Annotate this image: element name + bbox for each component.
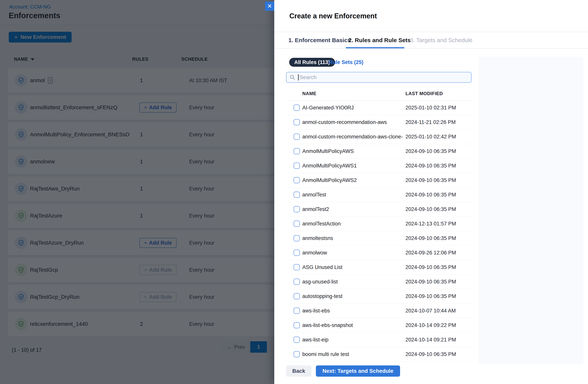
rule-row[interactable]: anmoltestsns 2024-09-10 06:35 PM xyxy=(286,231,471,246)
rule-checkbox[interactable] xyxy=(294,250,300,256)
rule-row[interactable]: anmolwow 2024-09-26 12:06 PM xyxy=(286,246,471,260)
rule-last-modified: 2024-10-14 09:21 PM xyxy=(405,333,456,347)
rule-name: anmolwow xyxy=(302,246,327,260)
rule-row[interactable]: boomi multi rule test 2024-09-10 06:35 P… xyxy=(286,347,471,362)
rule-last-modified: 2024-09-10 06:35 PM xyxy=(405,144,456,158)
rule-name: aws-list-eip xyxy=(302,333,328,347)
rule-last-modified: 2024-09-10 06:35 PM xyxy=(405,188,456,202)
rule-name: anmolTest2 xyxy=(302,202,329,217)
rule-name: boomi multi rule test xyxy=(302,347,349,362)
rule-checkbox[interactable] xyxy=(294,177,300,183)
rule-name: aws-list-ebs-snapshot xyxy=(302,318,353,333)
rule-last-modified: 2024-10-14 09:22 PM xyxy=(405,318,456,333)
rule-last-modified: 2024-10-07 10:44 AM xyxy=(405,304,456,318)
rule-row[interactable]: anmolTest 2024-09-10 06:35 PM xyxy=(286,188,471,202)
rule-checkbox[interactable] xyxy=(294,134,300,140)
rule-row[interactable]: aws-list-ebs 2024-10-07 10:44 AM xyxy=(286,304,471,318)
rule-row[interactable]: anmolTestAction 2024-12-13 01:57 PM xyxy=(286,217,471,231)
rule-last-modified: 2024-09-10 06:35 PM xyxy=(405,173,456,188)
rule-checkbox[interactable] xyxy=(294,279,300,285)
rules-search-box xyxy=(286,72,471,83)
rules-column-header-name: NAME xyxy=(302,91,316,96)
rule-name: aws-list-ebs xyxy=(302,304,330,318)
rule-row[interactable]: aws-list-eip 2024-10-14 09:21 PM xyxy=(286,333,471,347)
search-input[interactable] xyxy=(299,74,468,80)
rule-row[interactable]: ASG Unused List 2024-09-10 06:35 PM xyxy=(286,260,471,275)
back-button[interactable]: Back xyxy=(286,365,312,377)
rule-name: AnmolMultiPolicyAWS2 xyxy=(302,173,357,188)
rule-last-modified: 2024-09-10 06:35 PM xyxy=(405,347,456,362)
rule-checkbox[interactable] xyxy=(294,235,300,241)
rule-checkbox[interactable] xyxy=(294,351,300,357)
rule-checkbox[interactable] xyxy=(294,221,300,227)
filter-all-rules[interactable]: All Rules (113) xyxy=(289,58,335,67)
rule-last-modified: 2025-01-10 02:42 PM xyxy=(405,130,456,144)
rule-last-modified: 2024-09-10 06:35 PM xyxy=(405,275,456,289)
selection-side-panel xyxy=(479,57,583,364)
rule-name: anmolTestAction xyxy=(302,217,341,231)
rule-name: AI-Generated-YIO0RJ xyxy=(302,100,354,115)
rule-last-modified: 2024-09-10 06:35 PM xyxy=(405,202,456,217)
create-enforcement-drawer: ✕ Create a new Enforcement 1. Enforcemen… xyxy=(274,0,588,384)
rule-checkbox[interactable] xyxy=(294,148,300,154)
rule-last-modified: 2024-09-10 06:35 PM xyxy=(405,260,456,275)
rules-list: AI-Generated-YIO0RJ 2025-01-10 02:31 PM … xyxy=(286,100,471,362)
rule-checkbox[interactable] xyxy=(294,105,300,111)
rule-last-modified: 2024-09-26 12:06 PM xyxy=(405,246,456,260)
rule-row[interactable]: aws-list-ebs-snapshot 2024-10-14 09:22 P… xyxy=(286,318,471,333)
active-tab-underline xyxy=(346,47,404,48)
rule-checkbox[interactable] xyxy=(294,206,300,212)
rule-last-modified: 2025-01-10 02:31 PM xyxy=(405,100,456,115)
rule-last-modified: 2024-09-10 06:35 PM xyxy=(405,158,456,173)
wizard-tabbar: 1. Enforcement Basics 2. Rules and Rule … xyxy=(274,32,588,49)
rule-last-modified: 2024-12-13 01:57 PM xyxy=(405,217,456,231)
rule-checkbox[interactable] xyxy=(294,293,300,299)
rule-name: anmol-custom-recommendation-aws xyxy=(302,115,387,130)
rule-name: autostopping-test xyxy=(302,289,342,304)
rule-name: anmoltestsns xyxy=(302,231,333,246)
rule-name: AnmolMultiPolicyAWS1 xyxy=(302,158,357,173)
drawer-title: Create a new Enforcement xyxy=(289,12,377,20)
rule-row[interactable]: autostopping-test 2024-09-10 06:35 PM xyxy=(286,289,471,304)
filter-rule-sets[interactable]: Rule Sets (25) xyxy=(329,58,363,67)
rule-checkbox[interactable] xyxy=(294,264,300,270)
close-drawer-button[interactable]: ✕ xyxy=(265,1,274,11)
rule-name: anmolTest xyxy=(302,188,326,202)
rule-checkbox[interactable] xyxy=(294,322,300,328)
rule-row[interactable]: AnmolMultiPolicyAWS1 2024-09-10 06:35 PM xyxy=(286,158,471,173)
next-targets-schedule-button[interactable]: Next: Targets and Schedule xyxy=(316,365,400,377)
text-cursor xyxy=(298,74,299,80)
rule-row[interactable]: anmolTest2 2024-09-10 06:35 PM xyxy=(286,202,471,217)
rule-row[interactable]: asg-unused-list 2024-09-10 06:35 PM xyxy=(286,275,471,289)
rule-row[interactable]: AI-Generated-YIO0RJ 2025-01-10 02:31 PM xyxy=(286,100,471,115)
rule-name: asg-unused-list xyxy=(302,275,338,289)
search-icon xyxy=(290,75,295,80)
rule-name: AnmolMultiPolicyAWS xyxy=(302,144,354,158)
rule-checkbox[interactable] xyxy=(294,192,300,198)
rule-name: anmol-custom-recommendation-aws-clone-23… xyxy=(302,130,403,144)
rule-checkbox[interactable] xyxy=(294,337,300,343)
rule-row[interactable]: anmol-custom-recommendation-aws-clone-23… xyxy=(286,130,471,144)
tab-rules-and-rule-sets[interactable]: 2. Rules and Rule Sets xyxy=(348,32,411,48)
rule-last-modified: 2024-09-10 06:35 PM xyxy=(405,231,456,246)
rule-row[interactable]: anmol-custom-recommendation-aws 2024-11-… xyxy=(286,115,471,130)
rule-row[interactable]: AnmolMultiPolicyAWS 2024-09-10 06:35 PM xyxy=(286,144,471,158)
rule-last-modified: 2024-11-21 02:26 PM xyxy=(405,115,456,130)
rule-checkbox[interactable] xyxy=(294,163,300,169)
tab-targets-and-schedule: 3. Targets and Schedule xyxy=(410,32,472,48)
rule-row[interactable]: AnmolMultiPolicyAWS2 2024-09-10 06:35 PM xyxy=(286,173,471,188)
rule-name: ASG Unused List xyxy=(302,260,342,275)
rule-last-modified: 2024-09-10 06:35 PM xyxy=(405,289,456,304)
rules-column-header-modified: LAST MODIFIED xyxy=(405,91,443,96)
close-icon: ✕ xyxy=(267,3,272,9)
tab-enforcement-basics[interactable]: 1. Enforcement Basics xyxy=(288,32,351,48)
rule-checkbox[interactable] xyxy=(294,119,300,125)
rule-checkbox[interactable] xyxy=(294,308,300,314)
